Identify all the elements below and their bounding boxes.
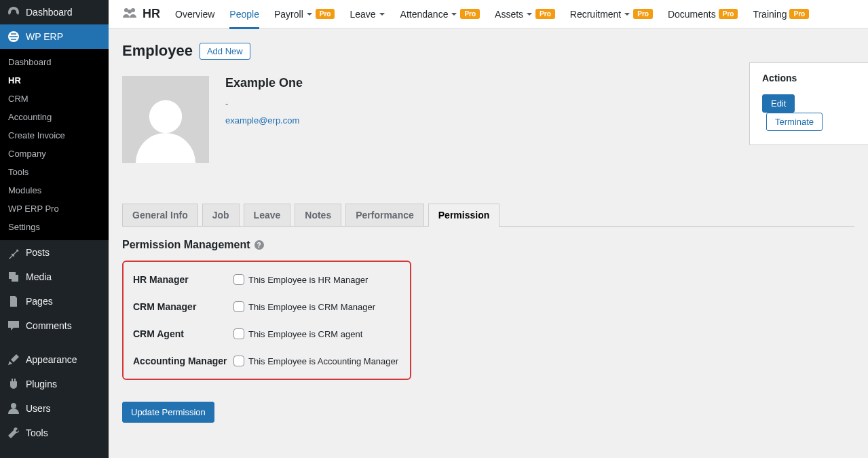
- submenu-modules[interactable]: Modules: [0, 181, 109, 199]
- avatar-placeholder-icon: [128, 88, 203, 163]
- perm-label: CRM Manager: [133, 301, 233, 312]
- checkbox-input[interactable]: [233, 356, 244, 366]
- submenu-tools[interactable]: Tools: [0, 163, 109, 181]
- tab-leave[interactable]: Leave: [244, 204, 291, 226]
- topnav-recruitment[interactable]: RecruitmentPro: [570, 9, 653, 20]
- employee-tabs: General Info Job Leave Notes Performance…: [122, 204, 854, 227]
- sidebar-item-dashboard[interactable]: Dashboard: [0, 0, 109, 24]
- dashboard-icon: [7, 5, 20, 19]
- submenu-company[interactable]: Company: [0, 145, 109, 163]
- pro-badge: Pro: [535, 9, 555, 19]
- hr-topbar: HR Overview People PayrollPro Leave Atte…: [109, 0, 868, 28]
- submenu-crm[interactable]: CRM: [0, 90, 109, 108]
- perm-label: Accounting Manager: [133, 356, 233, 366]
- checkbox-input[interactable]: [233, 301, 244, 312]
- actions-title: Actions: [762, 73, 856, 83]
- sidebar-item-posts[interactable]: Posts: [0, 240, 109, 265]
- avatar: [122, 76, 209, 163]
- tab-general-info[interactable]: General Info: [122, 204, 198, 226]
- sidebar-item-tools[interactable]: Tools: [0, 421, 109, 445]
- topnav-overview[interactable]: Overview: [175, 9, 214, 20]
- brush-icon: [7, 353, 20, 366]
- tab-job[interactable]: Job: [202, 204, 240, 226]
- sidebar-label: Dashboard: [26, 7, 73, 18]
- main-content: HR Overview People PayrollPro Leave Atte…: [109, 0, 868, 458]
- page-header: Employee Add New: [122, 42, 854, 60]
- topnav-payroll[interactable]: PayrollPro: [274, 9, 335, 20]
- sidebar-item-plugins[interactable]: Plugins: [0, 372, 109, 396]
- topnav-people[interactable]: People: [229, 9, 259, 29]
- sidebar-item-appearance[interactable]: Appearance: [0, 347, 109, 372]
- perm-checkbox-hr[interactable]: This Employee is HR Manager: [233, 274, 368, 285]
- sidebar-label: Comments: [26, 320, 72, 331]
- topnav-attendance[interactable]: AttendancePro: [400, 9, 480, 20]
- svg-point-5: [149, 100, 182, 133]
- sidebar-submenu: Dashboard HR CRM Accounting Create Invoi…: [0, 49, 109, 240]
- employee-profile: Example One - example@erp.com: [122, 76, 854, 163]
- user-icon: [7, 402, 20, 415]
- topnav-leave[interactable]: Leave: [350, 9, 385, 20]
- tab-permission[interactable]: Permission: [428, 204, 499, 226]
- perm-row-crm-agent: CRM Agent This Employee is CRM agent: [133, 328, 400, 339]
- submenu-dashboard[interactable]: Dashboard: [0, 53, 109, 71]
- tab-notes[interactable]: Notes: [295, 204, 341, 226]
- pro-badge: Pro: [719, 9, 738, 19]
- content-area: Employee Add New Example One - example@e…: [109, 28, 868, 436]
- permission-box: HR Manager This Employee is HR Manager C…: [122, 261, 411, 380]
- sidebar-label: Users: [26, 403, 51, 414]
- edit-button[interactable]: Edit: [762, 94, 795, 113]
- submenu-hr[interactable]: HR: [0, 71, 109, 90]
- chevron-down-icon: [526, 11, 533, 18]
- submenu-accounting[interactable]: Accounting: [0, 108, 109, 126]
- admin-sidebar: Dashboard WP ERP Dashboard HR CRM Accoun…: [0, 0, 109, 458]
- perm-label: CRM Agent: [133, 328, 233, 339]
- sidebar-label: Media: [26, 271, 52, 282]
- chevron-down-icon: [451, 11, 457, 18]
- actions-panel: Actions Edit Terminate: [749, 62, 868, 145]
- sidebar-label: Tools: [26, 427, 48, 438]
- svg-point-1: [11, 403, 16, 408]
- update-permission-button[interactable]: Update Permission: [122, 402, 214, 423]
- sidebar-item-media[interactable]: Media: [0, 265, 109, 289]
- perm-checkbox-crm-manager[interactable]: This Employee is CRM Manager: [233, 301, 375, 312]
- submenu-settings[interactable]: Settings: [0, 218, 109, 236]
- perm-row-accounting-manager: Accounting Manager This Employee is Acco…: [133, 356, 400, 366]
- page-icon: [7, 294, 20, 308]
- svg-point-4: [128, 9, 132, 14]
- topbar-title: HR: [143, 7, 160, 21]
- sidebar-label: Pages: [26, 296, 53, 307]
- pin-icon: [7, 246, 20, 259]
- employee-email-link[interactable]: example@erp.com: [225, 115, 299, 126]
- sidebar-item-users[interactable]: Users: [0, 396, 109, 421]
- sidebar-item-pages[interactable]: Pages: [0, 289, 109, 313]
- media-icon: [7, 270, 20, 284]
- profile-info: Example One - example@erp.com: [225, 76, 303, 163]
- submenu-create-invoice[interactable]: Create Invoice: [0, 126, 109, 145]
- page-title: Employee: [122, 42, 193, 60]
- perm-checkbox-crm-agent[interactable]: This Employee is CRM agent: [233, 328, 362, 339]
- submenu-wperp-pro[interactable]: WP ERP Pro: [0, 199, 109, 218]
- employee-name: Example One: [225, 76, 303, 90]
- chevron-down-icon: [379, 11, 385, 18]
- wrench-icon: [7, 426, 20, 440]
- topnav-assets[interactable]: AssetsPro: [495, 9, 555, 20]
- terminate-button[interactable]: Terminate: [766, 113, 823, 131]
- pro-badge: Pro: [789, 9, 809, 19]
- topnav-training[interactable]: TrainingPro: [753, 9, 809, 20]
- sidebar-item-comments[interactable]: Comments: [0, 313, 109, 338]
- wperp-icon: [7, 30, 20, 43]
- topnav-documents[interactable]: DocumentsPro: [668, 9, 738, 20]
- perm-checkbox-accounting[interactable]: This Employee is Accounting Manager: [233, 356, 398, 366]
- plug-icon: [7, 377, 20, 391]
- checkbox-input[interactable]: [233, 328, 244, 339]
- add-new-button[interactable]: Add New: [200, 43, 250, 60]
- sidebar-item-wperp[interactable]: WP ERP: [0, 24, 109, 49]
- checkbox-input[interactable]: [233, 274, 244, 285]
- tab-performance[interactable]: Performance: [345, 204, 424, 226]
- help-icon[interactable]: ?: [254, 240, 264, 250]
- chevron-down-icon: [624, 11, 630, 18]
- pro-badge: Pro: [460, 9, 480, 19]
- people-icon: [122, 7, 137, 21]
- pro-badge: Pro: [633, 9, 653, 19]
- perm-label: HR Manager: [133, 274, 233, 285]
